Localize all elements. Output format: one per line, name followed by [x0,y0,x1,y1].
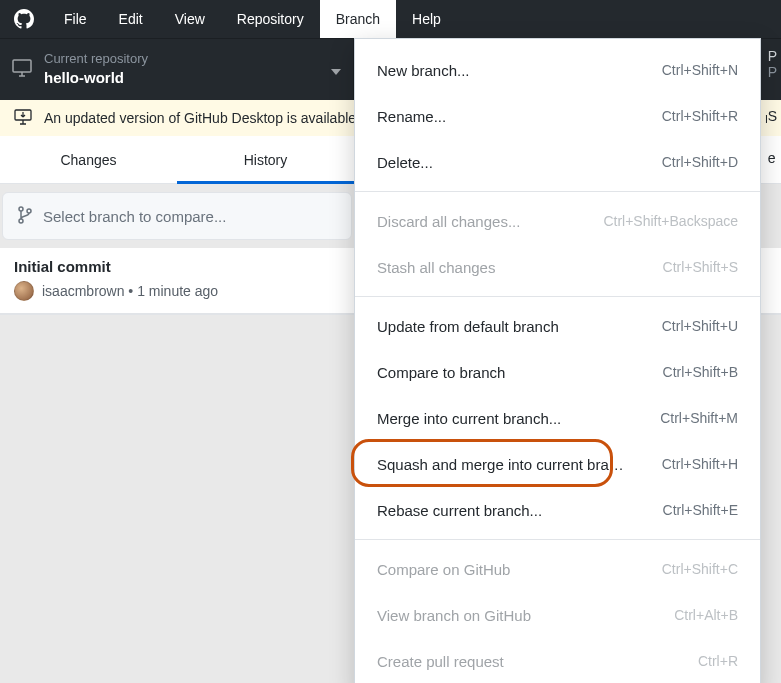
menu-separator [355,539,760,540]
right-edge-clipped: P P S e [768,38,781,184]
edge-text: e [768,136,781,184]
menu-item-shortcut: Ctrl+Shift+N [662,62,738,78]
menu-item-shortcut: Ctrl+Shift+U [662,318,738,334]
menu-item-shortcut: Ctrl+Shift+D [662,154,738,170]
branch-select-placeholder: Select branch to compare... [43,208,226,225]
edge-text: P [768,48,777,64]
menu-item-compare-to-branch[interactable]: Compare to branchCtrl+Shift+B [355,349,760,395]
menu-item-label: Stash all changes [377,259,495,276]
menu-item-shortcut: Ctrl+Shift+R [662,108,738,124]
menu-item-stash-all-changes: Stash all changesCtrl+Shift+S [355,244,760,290]
menu-item-shortcut: Ctrl+Alt+B [674,607,738,623]
menu-item-delete[interactable]: Delete...Ctrl+Shift+D [355,139,760,185]
branch-menu-dropdown: New branch...Ctrl+Shift+NRename...Ctrl+S… [354,38,761,683]
menu-item-shortcut: Ctrl+Shift+M [660,410,738,426]
menu-item-label: Rename... [377,108,446,125]
menu-item-label: Create pull request [377,653,504,670]
current-repository-selector[interactable]: Current repository hello-world [0,39,354,100]
menu-separator [355,191,760,192]
menubar: FileEditViewRepositoryBranchHelp [0,0,781,38]
desktop-download-icon [14,109,32,128]
git-branch-icon [17,206,33,227]
menu-item-compare-on-github: Compare on GitHubCtrl+Shift+C [355,546,760,592]
tab-changes[interactable]: Changes [0,136,177,183]
menu-item-label: New branch... [377,62,470,79]
tab-history[interactable]: History [177,136,354,183]
menu-file[interactable]: File [48,0,103,38]
svg-point-3 [19,219,23,223]
menu-item-label: Compare on GitHub [377,561,510,578]
menu-item-shortcut: Ctrl+Shift+Backspace [603,213,738,229]
menu-item-discard-all-changes: Discard all changes...Ctrl+Shift+Backspa… [355,198,760,244]
commit-time: 1 minute ago [137,283,218,299]
menu-item-label: Update from default branch [377,318,559,335]
menu-item-label: Delete... [377,154,433,171]
repo-name: hello-world [44,68,148,88]
menu-edit[interactable]: Edit [103,0,159,38]
menu-view[interactable]: View [159,0,221,38]
menu-item-label: Merge into current branch... [377,410,561,427]
github-logo-icon [0,0,48,38]
menu-item-new-branch[interactable]: New branch...Ctrl+Shift+N [355,47,760,93]
menu-repository[interactable]: Repository [221,0,320,38]
menu-item-rebase-current-branch[interactable]: Rebase current branch...Ctrl+Shift+E [355,487,760,533]
commit-author: isaacmbrown [42,283,124,299]
menu-item-shortcut: Ctrl+Shift+S [663,259,738,275]
svg-rect-0 [13,60,31,72]
menu-item-shortcut: Ctrl+Shift+C [662,561,738,577]
menu-item-rename[interactable]: Rename...Ctrl+Shift+R [355,93,760,139]
menu-item-label: Rebase current branch... [377,502,542,519]
menu-item-label: Squash and merge into current branch... [377,456,627,473]
menu-help[interactable]: Help [396,0,457,38]
menu-item-merge-into-current-branch[interactable]: Merge into current branch...Ctrl+Shift+M [355,395,760,441]
menu-item-squash-and-merge-into-current-branch[interactable]: Squash and merge into current branch...C… [355,441,760,487]
menu-item-shortcut: Ctrl+Shift+H [662,456,738,472]
menu-item-shortcut: Ctrl+Shift+E [663,502,738,518]
menu-item-create-pull-request: Create pull requestCtrl+R [355,638,760,683]
menu-item-shortcut: Ctrl+Shift+B [663,364,738,380]
menu-separator [355,296,760,297]
menu-branch[interactable]: Branch [320,0,396,38]
compare-branch-select[interactable]: Select branch to compare... [2,192,352,240]
menu-item-shortcut: Ctrl+R [698,653,738,669]
menu-item-view-branch-on-github: View branch on GitHubCtrl+Alt+B [355,592,760,638]
desktop-icon [12,59,32,81]
menu-item-update-from-default-branch[interactable]: Update from default branchCtrl+Shift+U [355,303,760,349]
repo-label: Current repository [44,51,148,68]
edge-text: P [768,64,777,80]
avatar [14,281,34,301]
menu-item-label: View branch on GitHub [377,607,531,624]
edge-text: S [768,100,781,136]
svg-point-4 [27,209,31,213]
chevron-down-icon [331,61,341,79]
menu-item-label: Compare to branch [377,364,505,381]
svg-point-2 [19,207,23,211]
menu-item-label: Discard all changes... [377,213,520,230]
